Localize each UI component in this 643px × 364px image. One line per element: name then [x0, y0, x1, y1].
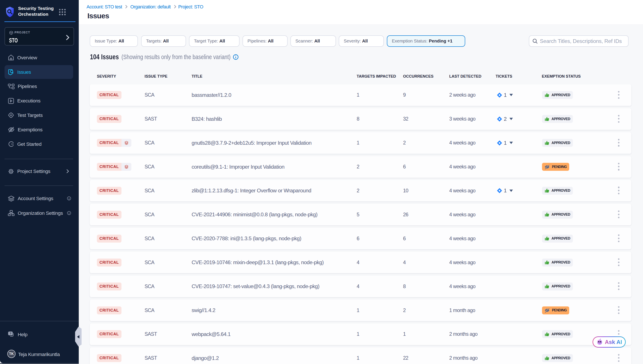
svg-text:?: ? — [10, 332, 12, 335]
